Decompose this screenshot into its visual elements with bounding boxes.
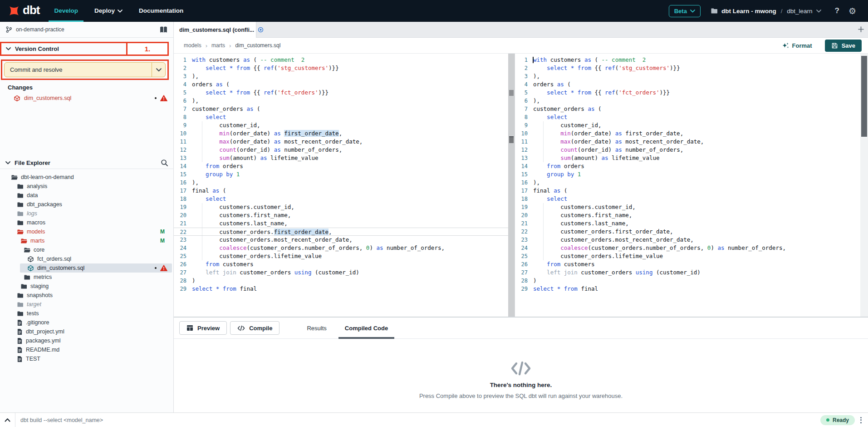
- help-icon[interactable]: ?: [835, 6, 839, 15]
- code-line[interactable]: 24 coalesce(customer_orders.number_of_or…: [515, 244, 860, 252]
- tree-item[interactable]: dbt_packages: [0, 200, 174, 209]
- tree-item[interactable]: README.md: [0, 345, 174, 354]
- line-number[interactable]: 25: [174, 252, 192, 260]
- line-number[interactable]: 29: [174, 285, 192, 293]
- tab-compiled-code[interactable]: Compiled Code: [336, 318, 397, 338]
- code-line[interactable]: 1with customers as ( -- comment 2: [515, 56, 860, 64]
- code-line[interactable]: 16),: [515, 179, 860, 187]
- line-number[interactable]: 10: [515, 129, 533, 138]
- code-line[interactable]: 6),: [174, 97, 508, 105]
- line-number[interactable]: 8: [174, 113, 192, 121]
- code-line[interactable]: 21 customers.last_name,: [174, 219, 508, 228]
- code-line[interactable]: 11 max(order_date) as most_recent_order_…: [515, 138, 860, 146]
- line-number[interactable]: 9: [515, 121, 533, 129]
- code-line[interactable]: 20 customers.first_name,: [515, 211, 860, 219]
- tree-item[interactable]: modelsM: [0, 227, 174, 236]
- tree-item[interactable]: macros: [0, 218, 174, 227]
- line-number[interactable]: 4: [515, 80, 533, 89]
- line-number[interactable]: 19: [515, 203, 533, 211]
- code-line[interactable]: 17final as (: [174, 187, 508, 195]
- line-number[interactable]: 24: [174, 244, 192, 252]
- line-number[interactable]: 18: [174, 195, 192, 203]
- code-line[interactable]: 21 customers.last_name,: [515, 219, 860, 228]
- code-line[interactable]: 27 left join customer_orders using (cust…: [515, 268, 860, 277]
- line-number[interactable]: 4: [174, 80, 192, 89]
- line-number[interactable]: 26: [174, 260, 192, 268]
- code-line[interactable]: 16),: [174, 179, 508, 187]
- chevron-down-icon[interactable]: [6, 47, 11, 50]
- tab-results[interactable]: Results: [298, 318, 335, 338]
- line-number[interactable]: 10: [174, 129, 192, 138]
- new-tab-plus-icon[interactable]: [858, 26, 864, 34]
- line-number[interactable]: 27: [515, 268, 533, 277]
- line-number[interactable]: 9: [174, 121, 192, 129]
- line-number[interactable]: 23: [515, 236, 533, 244]
- tree-item[interactable]: snapshots: [0, 291, 174, 300]
- breadcrumb-marts[interactable]: marts: [211, 42, 225, 49]
- line-number[interactable]: 19: [174, 203, 192, 211]
- search-icon[interactable]: [161, 159, 168, 167]
- line-number[interactable]: 11: [515, 138, 533, 146]
- line-number[interactable]: 21: [515, 219, 533, 228]
- line-number[interactable]: 8: [515, 113, 533, 121]
- code-line[interactable]: 2 select * from {{ ref('stg_customers')}…: [174, 64, 508, 72]
- code-line[interactable]: 19 customers.customer_id,: [515, 203, 860, 211]
- code-line[interactable]: 29select * from final: [174, 285, 508, 293]
- compile-button[interactable]: Compile: [230, 321, 280, 335]
- code-line[interactable]: 14 from orders: [515, 162, 860, 170]
- line-number[interactable]: 12: [515, 146, 533, 154]
- code-line[interactable]: 5 select * from {{ ref('fct_orders')}}: [174, 89, 508, 97]
- beta-dropdown[interactable]: Beta: [669, 5, 701, 17]
- line-number[interactable]: 1: [515, 56, 533, 64]
- nav-tab-documentation[interactable]: Documentation: [131, 0, 191, 22]
- code-line[interactable]: 22 customer_orders.first_order_date,: [174, 228, 508, 236]
- code-line[interactable]: 6),: [515, 97, 860, 105]
- line-number[interactable]: 3: [174, 72, 192, 80]
- line-number[interactable]: 7: [174, 105, 192, 113]
- code-line[interactable]: 20 customers.first_name,: [174, 211, 508, 219]
- line-number[interactable]: 18: [515, 195, 533, 203]
- line-number[interactable]: 27: [174, 268, 192, 277]
- file-explorer-header[interactable]: File Explorer: [0, 157, 174, 169]
- code-line[interactable]: 3),: [515, 72, 860, 80]
- tree-item[interactable]: data: [0, 191, 174, 200]
- line-number[interactable]: 28: [174, 277, 192, 285]
- line-number[interactable]: 28: [515, 277, 533, 285]
- code-line[interactable]: 27 left join customer_orders using (cust…: [174, 268, 508, 277]
- preview-button[interactable]: Preview: [179, 321, 227, 335]
- tree-item[interactable]: dbt_project.yml: [0, 327, 174, 336]
- line-number[interactable]: 21: [174, 219, 192, 228]
- line-number[interactable]: 3: [515, 72, 533, 80]
- tree-item[interactable]: TEST: [0, 354, 174, 363]
- nav-tab-develop[interactable]: Develop: [46, 0, 86, 22]
- line-number[interactable]: 2: [174, 64, 192, 72]
- tree-item[interactable]: metrics: [0, 273, 174, 282]
- scrollbar-marker[interactable]: [509, 90, 514, 96]
- code-line[interactable]: 12 count(order_id) as number_of_orders,: [174, 146, 508, 154]
- tree-item[interactable]: .gitignore: [0, 318, 174, 327]
- code-line[interactable]: 4orders as (: [174, 80, 508, 89]
- code-line[interactable]: 12 count(order_id) as number_of_orders,: [515, 146, 860, 154]
- tree-item[interactable]: staging: [0, 282, 174, 291]
- line-number[interactable]: 15: [515, 170, 533, 179]
- line-number[interactable]: 2: [515, 64, 533, 72]
- settings-gear-icon[interactable]: ⚙: [848, 7, 856, 15]
- code-line[interactable]: 8 select: [515, 113, 860, 121]
- nav-tab-deploy[interactable]: Deploy: [86, 0, 131, 22]
- code-line[interactable]: 28): [515, 277, 860, 285]
- tree-item[interactable]: target: [0, 300, 174, 309]
- line-number[interactable]: 15: [174, 170, 192, 179]
- code-line[interactable]: 15 group by 1: [174, 170, 508, 179]
- scrollbar-marker[interactable]: [509, 136, 514, 143]
- code-line[interactable]: 2 select * from {{ ref('stg_customers')}…: [515, 64, 860, 72]
- code-line[interactable]: 14 from orders: [174, 162, 508, 170]
- code-line[interactable]: 23 customer_orders.most_recent_order_dat…: [174, 236, 508, 244]
- docs-book-icon[interactable]: [159, 26, 168, 34]
- code-line[interactable]: 15 group by 1: [515, 170, 860, 179]
- code-line[interactable]: 10 min(order_date) as first_order_date,: [515, 129, 860, 138]
- commit-and-resolve-button[interactable]: Commit and resolve: [4, 62, 166, 77]
- code-line[interactable]: 4orders as (: [515, 80, 860, 89]
- code-line[interactable]: 25 customer_orders.lifetime_value: [515, 252, 860, 260]
- code-line[interactable]: 9 customer_id,: [174, 121, 508, 129]
- line-number[interactable]: 29: [515, 285, 533, 293]
